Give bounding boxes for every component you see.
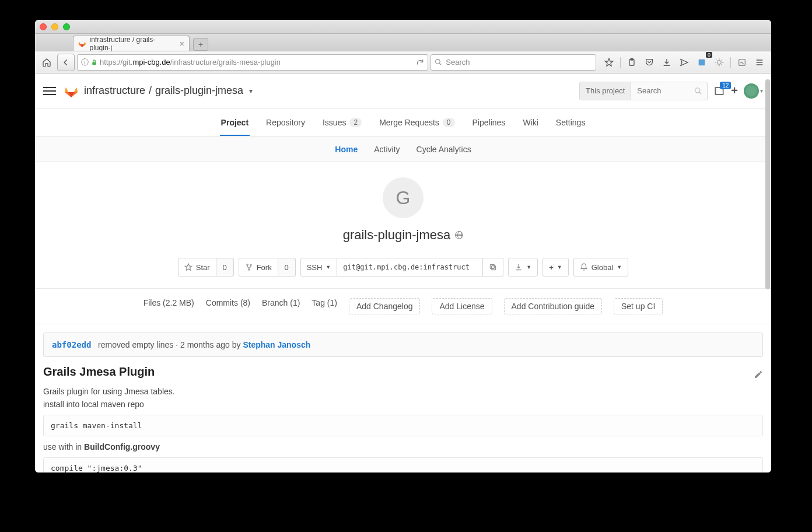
project-title: grails-plugin-jmesa [343, 228, 464, 243]
browser-window: infrastructure / grails-plugin-j × + ⓘ h… [35, 20, 771, 473]
gitlab-logo-icon[interactable] [64, 84, 78, 98]
search-icon [694, 87, 702, 95]
subnav-cycle[interactable]: Cycle Analytics [416, 145, 471, 154]
scroll-thumb[interactable] [765, 79, 770, 289]
nav-pipelines[interactable]: Pipelines [471, 108, 507, 136]
fork-icon [245, 263, 253, 271]
sidebar-toggle-icon[interactable] [43, 87, 56, 95]
breadcrumb-project[interactable]: grails-plugin-jmesa [155, 85, 243, 97]
copy-url-button[interactable] [483, 258, 503, 276]
star-button-group: Star 0 [178, 258, 234, 276]
avatar [744, 83, 759, 99]
extension-icon[interactable] [694, 54, 710, 71]
svg-point-8 [247, 264, 248, 265]
close-tab-icon[interactable]: × [180, 39, 184, 48]
nav-repository[interactable]: Repository [265, 108, 306, 136]
project-search: This project [579, 82, 708, 100]
fork-button-group: Fork 0 [239, 258, 296, 276]
protocol-dropdown[interactable]: SSH ▼ [300, 258, 338, 276]
edit-icon[interactable] [734, 54, 750, 71]
star-button[interactable]: Star [178, 258, 216, 276]
svg-point-5 [718, 60, 722, 64]
commit-sha[interactable]: abf02edd [52, 340, 91, 349]
project-actions: Star 0 Fork 0 SSH ▼ git@git.mpi.cbg.de:i… [35, 253, 771, 288]
last-commit: abf02edd removed empty lines · 2 months … [43, 332, 763, 357]
svg-rect-12 [491, 264, 495, 268]
breadcrumb-group[interactable]: infrastructure [84, 85, 145, 97]
new-tab-button[interactable]: + [193, 38, 208, 51]
breadcrumb: infrastructure / grails-plugin-jmesa ▾ [84, 85, 253, 97]
search-icon [435, 58, 442, 66]
add-changelog-button[interactable]: Add Changelog [349, 298, 421, 314]
readme-p3: use with in BuildConfig.groovy [43, 442, 763, 452]
new-menu-icon[interactable]: + [731, 84, 738, 97]
commit-time: 2 months ago [180, 340, 230, 349]
separator [620, 57, 621, 68]
hamburger-menu-icon[interactable] [751, 54, 768, 71]
subnav-home[interactable]: Home [335, 145, 358, 154]
add-dropdown[interactable]: + ▼ [542, 258, 569, 276]
svg-rect-0 [92, 62, 96, 65]
stat-files[interactable]: Files (2.2 MB) [144, 298, 194, 314]
info-icon: ⓘ [81, 57, 89, 68]
nav-issues[interactable]: Issues2 [321, 108, 363, 136]
clipboard-icon[interactable] [624, 54, 640, 71]
svg-point-10 [248, 269, 249, 270]
caret-down-icon: ▾ [760, 88, 763, 94]
browser-search[interactable]: Search [430, 54, 596, 71]
clone-group: SSH ▼ git@git.mpi.cbg.de:infrastruct [300, 258, 504, 276]
svg-point-1 [436, 60, 440, 64]
traffic-lights [40, 23, 70, 30]
todos-count: 12 [720, 82, 731, 89]
tab-title: infrastructure / grails-plugin-j [90, 36, 175, 52]
extension-bug-icon[interactable] [711, 54, 727, 71]
nav-merge-requests[interactable]: Merge Requests0 [378, 108, 456, 136]
add-license-button[interactable]: Add License [432, 298, 492, 314]
stat-commits[interactable]: Commits (8) [206, 298, 250, 314]
add-contribution-button[interactable]: Add Contribution guide [504, 298, 602, 314]
chevron-down-icon[interactable]: ▾ [249, 87, 253, 95]
download-dropdown[interactable]: ▼ [508, 258, 538, 276]
url-bar[interactable]: ⓘ https://git.mpi-cbg.de/infrastructure/… [77, 54, 428, 71]
todos-icon[interactable]: 12 [713, 85, 725, 97]
edit-readme-icon[interactable] [754, 370, 763, 379]
commit-author[interactable]: Stephan Janosch [243, 340, 310, 349]
notification-dropdown[interactable]: Global ▼ [573, 258, 629, 276]
svg-point-7 [695, 88, 700, 92]
stat-branch[interactable]: Branch (1) [262, 298, 300, 314]
download-icon[interactable] [659, 54, 675, 71]
search-scope-label[interactable]: This project [580, 82, 631, 100]
nav-settings[interactable]: Settings [555, 108, 587, 136]
stat-tag[interactable]: Tag (1) [312, 298, 337, 314]
send-icon[interactable] [676, 54, 692, 71]
readme-p2: install into local maven repo [43, 400, 763, 409]
gitlab-header: infrastructure / grails-plugin-jmesa ▾ T… [35, 74, 771, 108]
minimize-window-button[interactable] [51, 23, 58, 30]
page-content: infrastructure / grails-plugin-jmesa ▾ T… [35, 74, 771, 473]
reload-icon[interactable] [416, 58, 424, 66]
nav-project[interactable]: Project [220, 108, 250, 136]
user-menu[interactable]: ▾ [744, 83, 763, 99]
nav-wiki[interactable]: Wiki [522, 108, 539, 136]
commit-message: removed empty lines [98, 340, 173, 349]
pocket-icon[interactable] [641, 54, 657, 71]
clone-url-input[interactable]: git@git.mpi.cbg.de:infrastruct [337, 258, 483, 276]
project-stats: Files (2.2 MB) Commits (8) Branch (1) Ta… [35, 288, 771, 324]
home-icon[interactable] [38, 54, 55, 71]
project-subnav: Home Activity Cycle Analytics [35, 136, 771, 162]
bookmark-star-icon[interactable] [601, 54, 617, 71]
star-icon [184, 263, 192, 271]
fork-count: 0 [278, 258, 296, 276]
setup-ci-button[interactable]: Set up CI [614, 298, 663, 314]
close-window-button[interactable] [40, 23, 47, 30]
subnav-activity[interactable]: Activity [374, 145, 400, 154]
scrollbar[interactable] [764, 77, 770, 469]
zoom-window-button[interactable] [63, 23, 70, 30]
back-button[interactable] [57, 54, 75, 71]
project-nav: Project Repository Issues2 Merge Request… [35, 108, 771, 136]
bell-icon [580, 263, 588, 271]
svg-point-9 [250, 264, 251, 265]
fork-button[interactable]: Fork [239, 258, 278, 276]
window-titlebar [35, 20, 771, 34]
browser-tab[interactable]: infrastructure / grails-plugin-j × [73, 36, 190, 51]
